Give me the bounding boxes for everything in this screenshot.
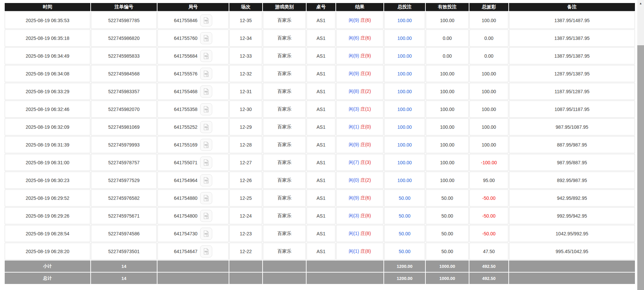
payout-cell: 100.00 xyxy=(469,136,508,153)
total-bet-link[interactable]: 100.00 xyxy=(398,89,412,94)
payout-cell: -50.00 xyxy=(469,189,508,207)
table-row: 2025-08-19 06:28:54522745974586641754730… xyxy=(5,225,635,242)
time-cell: 2025-08-19 06:32:46 xyxy=(5,101,90,118)
subtotal-empty-result-cell xyxy=(307,260,383,272)
table-no-cell: AS1 xyxy=(307,189,335,207)
result-cell: 闲(3) 庄(1) xyxy=(336,101,383,118)
total-bet-link[interactable]: 50.00 xyxy=(399,195,410,201)
result-banker: 庄(6) xyxy=(360,17,371,23)
round-cell: 641754880 xyxy=(157,189,229,207)
total-bet-link[interactable]: 100.00 xyxy=(398,71,412,76)
remark-cell: 995.45/1042.95 xyxy=(509,243,635,260)
result-banker: 庄(0) xyxy=(360,124,371,129)
subtotal-row: 小计141200.001000.00492.50 xyxy=(5,260,635,272)
result-cell: 闲(1) 庄(8) xyxy=(336,225,383,242)
video-replay-button[interactable] xyxy=(200,157,212,169)
video-replay-button[interactable] xyxy=(200,174,212,186)
column-header-total-bet: 总投注 xyxy=(384,3,425,11)
bet-id-cell: 522745977529 xyxy=(91,172,157,189)
video-replay-button[interactable] xyxy=(200,121,212,133)
result-player: 闲(1) xyxy=(349,124,359,129)
payout-cell: 100.00 xyxy=(469,65,508,82)
time-cell: 2025-08-19 06:35:18 xyxy=(5,30,90,47)
valid-bet-cell: 0.00 xyxy=(426,47,469,64)
scrollbar-thumb[interactable] xyxy=(637,45,644,290)
video-replay-button[interactable] xyxy=(200,139,212,151)
video-replay-button[interactable] xyxy=(200,68,212,80)
session-cell: 12-24 xyxy=(229,207,262,224)
scroll-up-button[interactable]: ▲ xyxy=(637,0,644,7)
total-empty-game-cell xyxy=(263,273,306,284)
total-bet-link[interactable]: 100.00 xyxy=(398,160,412,165)
video-icon xyxy=(202,123,210,131)
video-replay-button[interactable] xyxy=(200,32,212,44)
bet-id-cell: 522745976582 xyxy=(91,189,157,207)
total-bet-cell: 50.00 xyxy=(384,225,425,242)
round-number: 641755071 xyxy=(174,160,197,165)
round-number: 641754964 xyxy=(174,178,197,183)
result-banker: 庄(3) xyxy=(360,160,371,165)
session-cell: 12-33 xyxy=(229,47,262,64)
valid-bet-cell: 100.00 xyxy=(426,83,469,100)
total-empty-remark-cell xyxy=(509,273,635,284)
video-replay-button[interactable] xyxy=(200,210,212,222)
total-bet-link[interactable]: 100.00 xyxy=(398,36,412,41)
total-bet-link[interactable]: 100.00 xyxy=(398,178,412,183)
video-replay-button[interactable] xyxy=(200,192,212,204)
game-type-cell: 百家乐 xyxy=(263,225,306,242)
video-replay-button[interactable] xyxy=(200,103,212,115)
total-bet-cell: 100.00 xyxy=(384,65,425,82)
result-player: 闲(0) xyxy=(349,177,359,183)
remark-cell: 1387.95/1387.95 xyxy=(509,30,635,47)
table-no-cell: AS1 xyxy=(307,83,335,100)
total-bet-link[interactable]: 50.00 xyxy=(399,231,410,236)
video-replay-button[interactable] xyxy=(200,50,212,62)
video-replay-button[interactable] xyxy=(200,245,212,257)
subtotal-label-cell: 小计 xyxy=(5,260,90,272)
session-cell: 12-25 xyxy=(229,189,262,207)
bet-records-table: 时间注单编号局号场次游戏类别桌号结果总投注有效投注总派彩备注 2025-08-1… xyxy=(4,2,636,285)
total-empty-round-cell xyxy=(157,273,229,284)
subtotal-empty-remark-cell xyxy=(509,260,635,272)
table-no-cell: AS1 xyxy=(307,12,335,29)
session-cell: 12-32 xyxy=(229,65,262,82)
payout-cell: 100.00 xyxy=(469,118,508,135)
table-row: 2025-08-19 06:29:26522745975671641754800… xyxy=(5,207,635,224)
video-replay-button[interactable] xyxy=(200,228,212,240)
table-row: 2025-08-19 06:29:52522745976582641754880… xyxy=(5,189,635,207)
game-type-cell: 百家乐 xyxy=(263,189,306,207)
time-cell: 2025-08-19 06:35:53 xyxy=(5,12,90,29)
total-bet-link[interactable]: 100.00 xyxy=(398,18,412,23)
total-bet-link[interactable]: 100.00 xyxy=(398,53,412,59)
table-body: 2025-08-19 06:35:53522745987785641755846… xyxy=(5,12,635,284)
result-banker: 庄(2) xyxy=(360,177,371,183)
round-number: 641755846 xyxy=(174,18,197,23)
total-bet-link[interactable]: 50.00 xyxy=(399,213,410,219)
round-number: 641755760 xyxy=(174,36,197,41)
valid-bet-cell: 50.00 xyxy=(426,225,469,242)
time-cell: 2025-08-19 06:28:20 xyxy=(5,243,90,260)
total-bet-link[interactable]: 100.00 xyxy=(398,107,412,112)
round-cell: 641755684 xyxy=(157,47,229,64)
bet-id-cell: 522745973501 xyxy=(91,243,157,260)
total-bet-link[interactable]: 100.00 xyxy=(398,142,412,148)
total-label-cell: 总计 xyxy=(5,273,90,284)
round-number: 641754880 xyxy=(174,195,197,201)
video-replay-button[interactable] xyxy=(200,85,212,98)
vertical-scrollbar[interactable]: ▲ xyxy=(637,0,644,290)
video-icon xyxy=(202,248,210,255)
video-replay-button[interactable] xyxy=(200,14,212,26)
table-no-cell: AS1 xyxy=(307,118,335,135)
total-bet-link[interactable]: 100.00 xyxy=(398,124,412,130)
subtotal-payout-cell: 492.50 xyxy=(469,260,508,272)
result-player: 闲(1) xyxy=(349,248,359,254)
total-bet-cell: 50.00 xyxy=(384,207,425,224)
valid-bet-cell: 100.00 xyxy=(426,65,469,82)
valid-bet-cell: 100.00 xyxy=(426,154,469,171)
time-cell: 2025-08-19 06:34:49 xyxy=(5,47,90,64)
total-total-bet-cell: 1200.00 xyxy=(384,273,425,284)
round-cell: 641755252 xyxy=(157,118,229,135)
payout-cell: -50.00 xyxy=(469,225,508,242)
game-type-cell: 百家乐 xyxy=(263,30,306,47)
total-bet-link[interactable]: 50.00 xyxy=(399,249,410,254)
